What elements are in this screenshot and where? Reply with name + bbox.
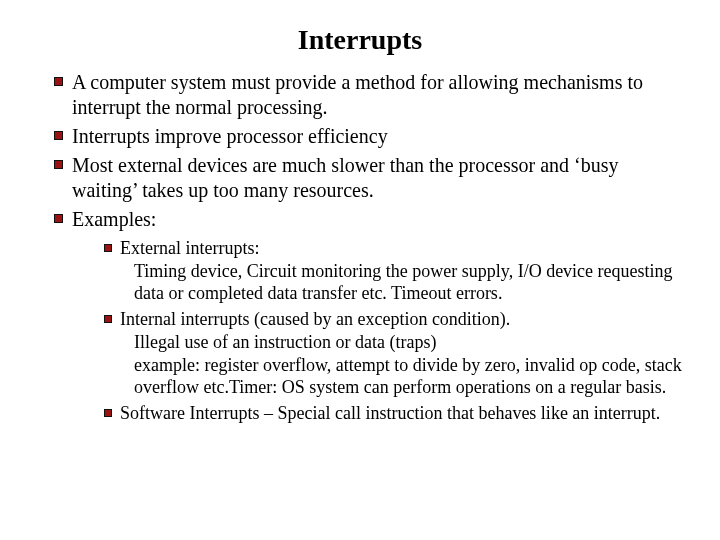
list-item: Software Interrupts – Special call instr…: [104, 403, 684, 425]
list-item: Most external devices are much slower th…: [54, 153, 684, 203]
list-item: Interrupts improve processor efficiency: [54, 124, 684, 149]
list-item: External interrupts: Timing device, Circ…: [104, 238, 684, 305]
example-head: Software Interrupts – Special call instr…: [120, 403, 660, 423]
example-body: Timing device, Circuit monitoring the po…: [120, 261, 684, 305]
examples-list: External interrupts: Timing device, Circ…: [72, 238, 684, 425]
list-item: Internal interrupts (caused by an except…: [104, 309, 684, 399]
main-list: A computer system must provide a method …: [36, 70, 684, 425]
list-item: Examples: External interrupts: Timing de…: [54, 207, 684, 425]
list-item-label: Examples:: [72, 208, 156, 230]
list-item: A computer system must provide a method …: [54, 70, 684, 120]
example-body: example: register overflow, attempt to d…: [120, 355, 684, 399]
example-head: External interrupts:: [120, 238, 259, 258]
example-body: Illegal use of an instruction or data (t…: [120, 332, 684, 354]
page-title: Interrupts: [36, 24, 684, 56]
example-head: Internal interrupts (caused by an except…: [120, 309, 510, 329]
